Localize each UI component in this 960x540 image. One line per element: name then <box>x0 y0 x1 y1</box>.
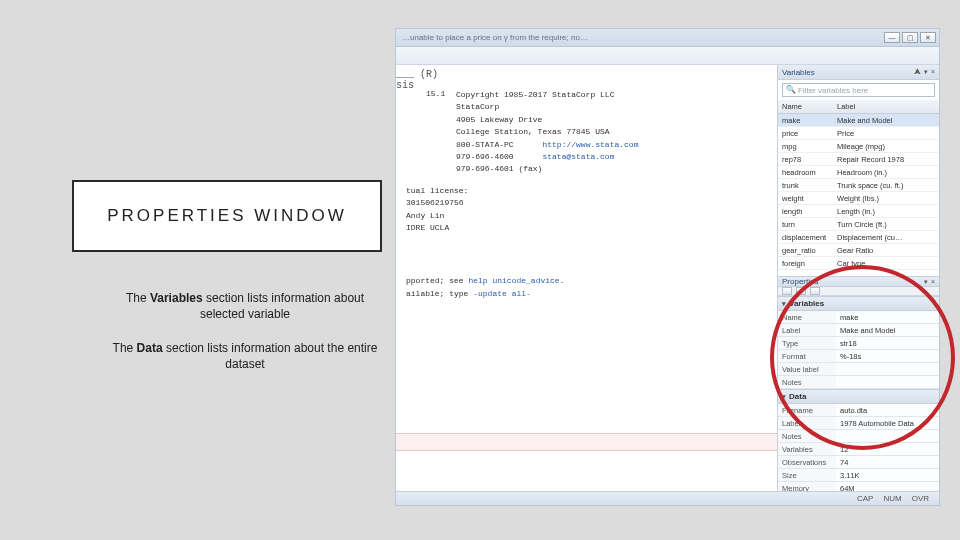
next-icon[interactable] <box>810 287 820 295</box>
table-row[interactable]: foreignCar type <box>778 257 939 270</box>
text: College Station, Texas 77845 USA <box>456 126 638 138</box>
copyright-block: Copyright 1985-2017 StataCorp LLC StataC… <box>456 89 638 176</box>
logo-suffix: ___ (R) sis <box>396 69 438 91</box>
prop-key: Format <box>778 350 836 363</box>
var-label: Turn Circle (ft.) <box>833 218 939 231</box>
prop-value[interactable] <box>836 376 939 389</box>
email-link[interactable]: stata@stata.com <box>542 152 614 161</box>
variables-panel-header[interactable]: Variables ⮝ ▾ × <box>778 65 939 80</box>
command-input-area[interactable] <box>396 451 777 491</box>
prop-value[interactable] <box>836 363 939 376</box>
maximize-button[interactable]: ▢ <box>902 32 918 43</box>
table-row[interactable]: weightWeight (lbs.) <box>778 192 939 205</box>
slide-desc-data: The Data section lists information about… <box>110 340 380 372</box>
var-name: headroom <box>778 166 833 179</box>
window-title: …unable to place a price on γ from the r… <box>396 33 588 42</box>
status-num: NUM <box>883 494 901 503</box>
text: The <box>113 341 137 355</box>
properties-data-head[interactable]: Data <box>778 389 939 404</box>
prop-value[interactable]: auto.dta <box>836 404 939 417</box>
text: (R) <box>420 69 438 80</box>
text: 301506219756 <box>406 197 468 209</box>
close-icon[interactable]: × <box>931 68 935 76</box>
table-row[interactable]: makeMake and Model <box>778 114 939 127</box>
prop-key: Variables <box>778 443 836 456</box>
prop-value[interactable]: 12 <box>836 443 939 456</box>
dropdown-icon[interactable]: ▾ <box>924 68 928 76</box>
prop-value[interactable]: 64M <box>836 482 939 491</box>
prop-key: Value label <box>778 363 836 376</box>
variables-panel: Variables ⮝ ▾ × 🔍 Filter variables here <box>778 65 939 277</box>
bold-word: Variables <box>150 291 203 305</box>
var-name: gear_ratio <box>778 244 833 257</box>
text: 979-696-4600 <box>456 152 514 161</box>
status-cap: CAP <box>857 494 873 503</box>
command-history-bar[interactable] <box>396 433 777 451</box>
table-row[interactable]: headroomHeadroom (in.) <box>778 166 939 179</box>
text: 4905 Lakeway Drive <box>456 114 638 126</box>
prop-value[interactable]: 74 <box>836 456 939 469</box>
table-row[interactable]: rep78Repair Record 1978 <box>778 153 939 166</box>
prop-value[interactable]: make <box>836 311 939 324</box>
help-link[interactable]: help unicode_advice <box>468 276 559 285</box>
table-row[interactable]: pricePrice <box>778 127 939 140</box>
properties-toolbar[interactable] <box>778 287 939 296</box>
search-icon: 🔍 <box>786 85 796 94</box>
table-row[interactable]: lengthLength (in.) <box>778 205 939 218</box>
var-label: Car type <box>833 257 939 270</box>
prop-key: Memory <box>778 482 836 491</box>
text: 800-STATA-PC <box>456 140 514 149</box>
properties-vars-grid: NamemakeLabelMake and ModelTypestr18Form… <box>778 311 939 389</box>
text: StataCorp <box>456 101 638 113</box>
prop-value[interactable]: %-18s <box>836 350 939 363</box>
text: pported; see <box>406 276 468 285</box>
text: . <box>560 276 565 285</box>
titlebar[interactable]: …unable to place a price on γ from the r… <box>396 29 939 47</box>
prop-value[interactable]: 3.11K <box>836 469 939 482</box>
table-row[interactable]: trunkTrunk space (cu. ft.) <box>778 179 939 192</box>
panel-title: Variables <box>782 68 815 77</box>
command-link[interactable]: -update all- <box>473 289 531 298</box>
prev-icon[interactable] <box>796 287 806 295</box>
text: Andy Lin <box>406 210 468 222</box>
toolbar[interactable] <box>396 47 939 65</box>
dropdown-icon[interactable]: ▾ <box>924 278 928 286</box>
prop-value[interactable]: Make and Model <box>836 324 939 337</box>
col-name[interactable]: Name <box>778 100 833 114</box>
slide-title-text: PROPERTIES WINDOW <box>107 206 347 226</box>
var-label: Gear Ratio <box>833 244 939 257</box>
properties-panel-header[interactable]: Properties ▾ × <box>778 277 939 287</box>
close-button[interactable]: ✕ <box>920 32 936 43</box>
pin-icon[interactable]: ⮝ <box>914 68 921 76</box>
prop-value[interactable]: 1978 Automobile Data <box>836 417 939 430</box>
properties-vars-head[interactable]: Variables <box>778 296 939 311</box>
advice-block: pported; see help unicode_advice. ailabl… <box>406 275 564 301</box>
text: IDRE UCLA <box>406 222 468 234</box>
prop-value[interactable] <box>836 430 939 443</box>
var-label: Mileage (mpg) <box>833 140 939 153</box>
var-name: length <box>778 205 833 218</box>
prop-key: Name <box>778 311 836 324</box>
results-pane[interactable]: ___ (R) sis 15.1 Copyright 1985-2017 Sta… <box>396 65 777 491</box>
col-label[interactable]: Label <box>833 100 939 114</box>
table-row[interactable]: mpgMileage (mpg) <box>778 140 939 153</box>
table-row[interactable]: displacementDisplacement (cu… <box>778 231 939 244</box>
text: ailable; type <box>406 289 473 298</box>
prop-key: Type <box>778 337 836 350</box>
prop-key: Filename <box>778 404 836 417</box>
properties-data-grid: Filenameauto.dtaLabel1978 Automobile Dat… <box>778 404 939 491</box>
lock-icon[interactable] <box>782 287 792 295</box>
text: Data <box>789 392 806 401</box>
text: sis <box>396 80 414 91</box>
table-row[interactable]: gear_ratioGear Ratio <box>778 244 939 257</box>
close-icon[interactable]: × <box>931 278 935 286</box>
var-label: Weight (lbs.) <box>833 192 939 205</box>
url-link[interactable]: http://www.stata.com <box>542 140 638 149</box>
minimize-button[interactable]: — <box>884 32 900 43</box>
table-row[interactable]: turnTurn Circle (ft.) <box>778 218 939 231</box>
prop-value[interactable]: str18 <box>836 337 939 350</box>
variables-filter-input[interactable]: 🔍 Filter variables here <box>782 83 935 97</box>
var-label: Price <box>833 127 939 140</box>
prop-key: Observations <box>778 456 836 469</box>
variables-table[interactable]: Name Label makeMake and ModelpricePricem… <box>778 100 939 270</box>
